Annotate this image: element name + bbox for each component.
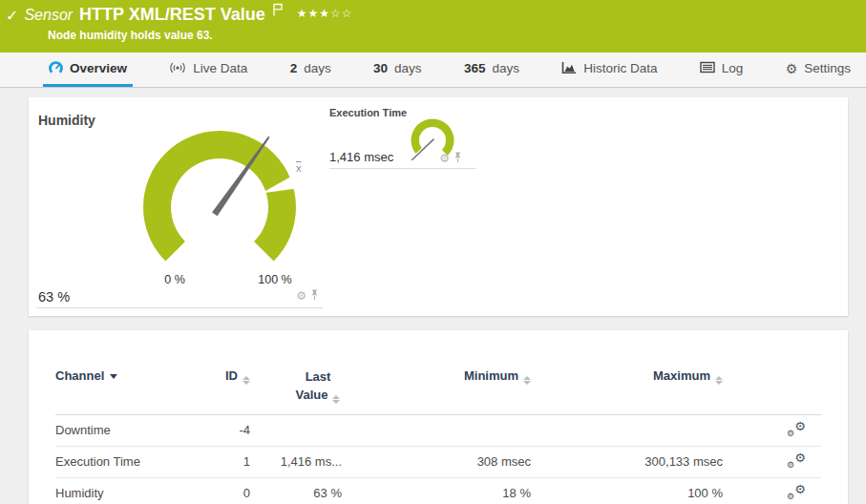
execution-time-current-value: 1,416 msec (329, 150, 393, 164)
channel-last-value: 1,416 ms... (250, 454, 342, 469)
channel-maximum: 300,133 msec (531, 454, 723, 469)
channel-last-value: 63 % (250, 486, 342, 500)
status-ok-icon: ✓ (6, 7, 18, 25)
sort-icon (523, 376, 531, 385)
tab-365-days[interactable]: 365 days (458, 52, 525, 87)
gauge-scale-min: 0 % (146, 273, 203, 286)
column-header-last-value[interactable]: Last Value (250, 368, 342, 405)
widget-pin-icon[interactable] (454, 150, 462, 167)
tab-label: days (492, 61, 519, 75)
tab-settings[interactable]: ⚙ Settings (780, 52, 856, 87)
channel-id: 0 (199, 486, 250, 500)
column-label: Last Value (296, 369, 331, 402)
column-header-minimum[interactable]: Minimum (342, 368, 531, 385)
gear-icon: ⚙ (786, 62, 798, 75)
widget-gear-icon[interactable]: ⚙ (296, 290, 306, 302)
priority-stars[interactable]: ★★★☆☆ (297, 7, 353, 20)
live-data-icon (169, 62, 186, 75)
channel-id: 1 (199, 454, 250, 469)
sort-icon (715, 376, 723, 385)
channel-minimum: 18 % (342, 486, 531, 500)
table-header-row: Channel ID Last Value Minimum Maximum (55, 368, 821, 415)
table-row: Downtime -4 ⚙⚙ (55, 415, 821, 447)
channel-name: Downtime (55, 423, 199, 437)
sort-icon (243, 376, 250, 385)
tab-number: 2 (290, 61, 298, 75)
tab-number: 365 (464, 61, 486, 75)
tab-bar: Overview Live Data 2 days 30 days 365 da… (0, 52, 866, 88)
tab-30-days[interactable]: 30 days (368, 52, 428, 87)
channel-table: Channel ID Last Value Minimum Maximum Do… (55, 368, 821, 504)
channel-settings-icon[interactable]: ⚙⚙ (787, 484, 806, 500)
column-label: Maximum (653, 368, 710, 383)
humidity-gauge-widget: Humidity 0 % 100 % x 63 % ⚙ (36, 105, 323, 308)
tab-label: days (394, 61, 422, 75)
tab-log[interactable]: Log (694, 52, 750, 87)
column-header-id[interactable]: ID (199, 368, 250, 385)
column-label: ID (225, 368, 238, 383)
column-header-channel[interactable]: Channel (55, 368, 199, 383)
execution-time-gauge-widget: Execution Time 1,416 msec ⚙ (329, 105, 475, 169)
channel-maximum: 100 % (531, 486, 723, 500)
sort-desc-icon (110, 374, 117, 379)
gauge-scale-max: 100 % (246, 273, 304, 286)
channel-minimum: 308 msec (342, 454, 531, 469)
column-label: Channel (55, 368, 104, 383)
tab-overview[interactable]: Overview (43, 52, 133, 87)
channel-table-panel: Channel ID Last Value Minimum Maximum Do… (29, 330, 848, 504)
widget-pin-icon[interactable] (310, 287, 319, 304)
table-row: Execution Time 1 1,416 ms... 308 msec 30… (55, 447, 821, 478)
gauge-average-marker-label: x (296, 162, 302, 174)
sensor-status-message: Node humidity holds value 63. (48, 29, 213, 42)
tab-label: Live Data (193, 61, 247, 75)
flag-icon[interactable] (271, 3, 284, 20)
tab-label: Historic Data (583, 61, 657, 75)
execution-time-widget-title: Execution Time (329, 107, 407, 118)
column-header-maximum[interactable]: Maximum (531, 368, 723, 385)
humidity-gauge (124, 116, 315, 298)
tab-number: 30 (373, 61, 388, 75)
channel-id: -4 (199, 423, 250, 437)
tab-label: days (304, 61, 331, 75)
column-label: Minimum (464, 368, 518, 383)
tab-label: Overview (70, 61, 127, 75)
page-title: HTTP XML/REST Value (79, 5, 265, 25)
log-icon (700, 61, 715, 75)
table-row: Humidity 0 63 % 18 % 100 % ⚙⚙ (55, 478, 821, 504)
tab-label: Log (722, 61, 744, 75)
tab-2-days[interactable]: 2 days (285, 52, 337, 87)
sensor-kind-label: Sensor (24, 7, 73, 24)
gauge-icon (49, 61, 63, 76)
historic-chart-icon (561, 61, 577, 76)
channel-name: Humidity (55, 486, 199, 500)
channel-settings-icon[interactable]: ⚙⚙ (787, 452, 806, 469)
widget-gear-icon[interactable]: ⚙ (439, 153, 450, 164)
tab-live-data[interactable]: Live Data (163, 52, 253, 87)
tab-label: Settings (804, 61, 851, 75)
channel-settings-icon[interactable]: ⚙⚙ (787, 421, 806, 437)
sensor-header: ✓ Sensor HTTP XML/REST Value ★★★☆☆ Node … (0, 0, 866, 52)
humidity-widget-title: Humidity (38, 113, 95, 128)
overview-panel: Humidity 0 % 100 % x 63 % ⚙ Execution (29, 97, 848, 316)
humidity-current-value: 63 % (38, 289, 70, 304)
tab-historic-data[interactable]: Historic Data (556, 52, 663, 87)
channel-name: Execution Time (55, 454, 199, 469)
sort-icon (332, 395, 340, 404)
